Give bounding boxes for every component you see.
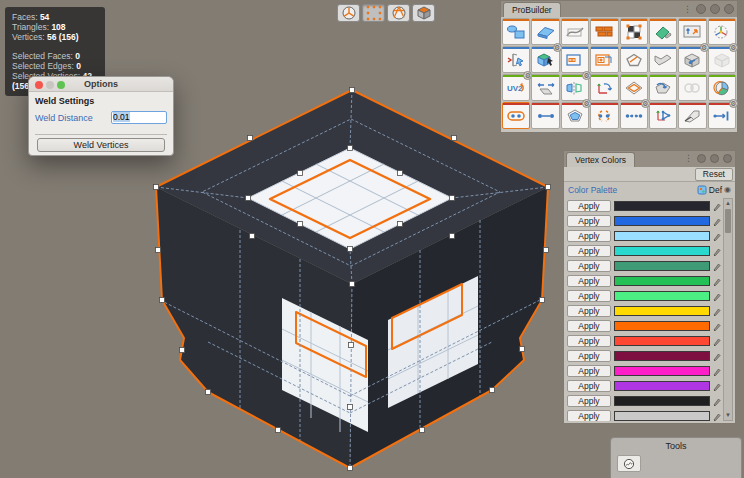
vertex-colors-tab[interactable]: Vertex Colors [566,152,635,167]
freeze-transform-button[interactable] [590,74,618,101]
eyedropper-icon[interactable] [713,321,721,331]
select-hidden-button[interactable] [502,46,530,73]
eyedropper-icon[interactable] [713,231,721,241]
vertex-handle[interactable] [350,282,355,287]
set-pivot-button[interactable] [649,102,677,129]
connect-vertices-button[interactable] [531,102,559,129]
vertex-handle[interactable] [398,222,403,227]
vertex-handle[interactable] [246,196,251,201]
split-vertices-button[interactable] [590,102,618,129]
apply-color-button[interactable]: Apply [567,215,611,227]
new-bezier-shape-button[interactable] [561,18,589,45]
material-editor-button[interactable] [590,18,618,45]
eyedropper-icon[interactable] [713,261,721,271]
invert-selection-button[interactable] [620,46,648,73]
window-menu-icon[interactable]: ⋮ [684,154,693,163]
apply-color-button[interactable]: Apply [567,365,611,377]
color-swatch-sea-green[interactable] [614,261,710,271]
eyedropper-icon[interactable] [713,201,721,211]
edge-mode-button[interactable] [387,4,410,22]
vertex-handle[interactable] [349,343,354,348]
object-picker-icon[interactable]: ◉ [724,185,731,194]
color-swatch-magenta[interactable] [614,366,710,376]
eyedropper-icon[interactable] [713,336,721,346]
export-object-button[interactable] [531,74,559,101]
eyedropper-icon[interactable] [713,351,721,361]
grow-selection-button[interactable] [590,46,618,73]
vertex-handle[interactable] [250,234,255,239]
window-control-icon[interactable] [696,4,706,14]
vertex-handle[interactable] [348,466,353,471]
vertex-handle[interactable] [450,196,455,201]
smoothing-editor-button[interactable] [649,18,677,45]
eyedropper-icon[interactable] [713,291,721,301]
vertex-handle[interactable] [348,247,353,252]
vertex-handle[interactable] [154,185,159,190]
eyedropper-icon[interactable] [713,411,721,421]
color-swatch-spring-green[interactable] [614,291,710,301]
window-control-icon[interactable] [724,4,734,14]
color-swatch-yellow[interactable] [614,306,710,316]
lightmap-uvs-button[interactable]: UV2⚙ [502,74,530,101]
zoom-window-button[interactable] [57,81,65,89]
new-poly-shape-button[interactable] [531,18,559,45]
minimize-window-button[interactable] [46,81,54,89]
apply-color-button[interactable]: Apply [567,395,611,407]
weld-distance-input[interactable]: 0.01 [111,111,167,124]
eyedropper-icon[interactable] [713,366,721,376]
apply-color-button[interactable]: Apply [567,200,611,212]
probuilder-cube-mesh[interactable] [154,88,551,471]
window-menu-icon[interactable]: ⋮ [683,5,692,14]
apply-color-button[interactable]: Apply [567,320,611,332]
collapse-vertices-button[interactable]: ⚙ [620,102,648,129]
vertex-handle[interactable] [206,390,211,395]
conform-normals-button[interactable] [649,74,677,101]
eyedropper-icon[interactable] [713,246,721,256]
vertex-handle[interactable] [452,136,457,141]
cut-tool-button[interactable] [678,102,706,129]
apply-color-button[interactable]: Apply [567,335,611,347]
vertex-handle[interactable] [180,348,185,353]
window-control-icon[interactable] [710,4,720,14]
color-swatch-black[interactable] [614,396,710,406]
vertex-handle[interactable] [276,428,281,433]
apply-color-button[interactable]: Apply [567,260,611,272]
vertex-handle[interactable] [248,136,253,141]
color-swatch-red[interactable] [614,336,710,346]
face-mode-button[interactable] [412,4,435,22]
reset-button[interactable]: Reset [695,168,733,181]
probuilderize-button[interactable] [708,74,736,101]
window-control-icon[interactable] [697,154,706,163]
apply-color-button[interactable]: Apply [567,290,611,302]
vertex-handle[interactable] [546,185,551,190]
apply-color-button[interactable]: Apply [567,245,611,257]
eyedropper-icon[interactable] [713,381,721,391]
apply-color-button[interactable]: Apply [567,350,611,362]
color-swatch-maroon[interactable] [614,351,710,361]
scroll-up-icon[interactable]: ▲ [724,199,732,208]
apply-color-button[interactable]: Apply [567,305,611,317]
close-window-button[interactable] [35,81,43,89]
options-titlebar[interactable]: Options [29,77,173,92]
drag-select-mode-button[interactable]: ⚙ [531,46,559,73]
triangulate-object-button[interactable] [620,74,648,101]
fill-hole-button[interactable]: ⚙ [561,102,589,129]
color-swatch-dark-navy[interactable] [614,201,710,211]
color-swatch-purple[interactable] [614,381,710,391]
apply-color-button[interactable]: Apply [567,275,611,287]
vertex-handle[interactable] [420,428,425,433]
vertex-handle[interactable] [348,146,353,151]
apply-color-button[interactable]: Apply [567,230,611,242]
color-swatch-light-gray[interactable] [614,411,710,421]
vertex-handle[interactable] [490,388,495,393]
progrids-button[interactable] [708,18,736,45]
vertex-handle[interactable] [540,298,545,303]
color-swatch-green[interactable] [614,276,710,286]
eyedropper-icon[interactable] [713,306,721,316]
vertex-handle[interactable] [544,248,549,253]
scroll-down-icon[interactable]: ▼ [724,411,732,420]
vertex-handle[interactable] [156,248,161,253]
probuilder-titlebar[interactable]: ProBuilder ⋮ [501,1,737,17]
eyedropper-icon[interactable] [713,276,721,286]
window-control-icon[interactable] [723,154,732,163]
